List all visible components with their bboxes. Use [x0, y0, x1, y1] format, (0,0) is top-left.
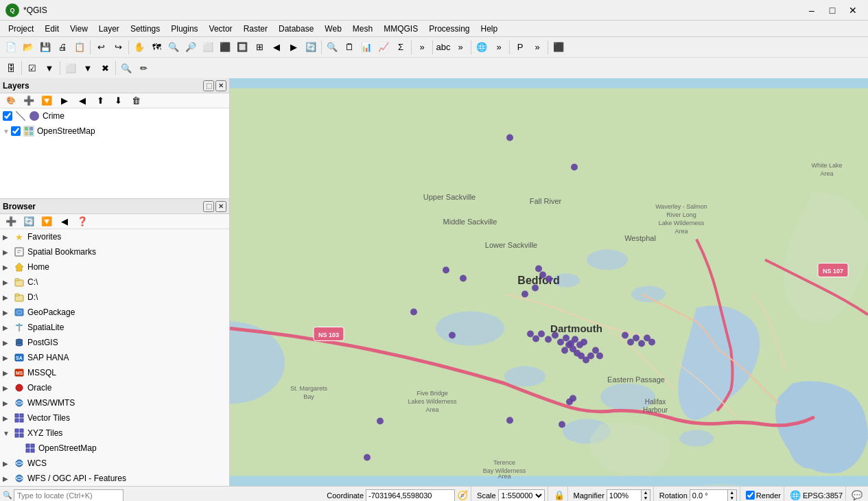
tb-select-rect[interactable]: ⬜ [62, 60, 79, 76]
tb-tips[interactable]: ⬛ [550, 39, 567, 56]
rotation-input[interactable] [690, 489, 727, 502]
browser-panel-close[interactable]: ✕ [215, 201, 226, 212]
layers-remove[interactable]: 🗑 [128, 93, 144, 109]
menu-edit[interactable]: Edit [39, 23, 64, 35]
menu-project[interactable]: Project [3, 23, 39, 35]
tb-identify[interactable]: 🔍 [324, 39, 340, 56]
tb-report[interactable]: 📋 [71, 39, 88, 56]
menu-raster[interactable]: Raster [238, 23, 273, 35]
menu-plugins[interactable]: Plugins [165, 23, 203, 35]
epsg-display[interactable]: 🌐 EPSG:3857 [787, 487, 846, 501]
magnifier-up[interactable]: ▲ [642, 490, 650, 496]
tb-table[interactable]: 📊 [358, 39, 375, 56]
tb-zoom-out[interactable]: 🔎 [183, 39, 199, 56]
menu-view[interactable]: View [64, 23, 93, 35]
tb-new[interactable]: 📄 [3, 39, 19, 56]
coordinate-input[interactable] [366, 489, 455, 502]
scale-select[interactable]: 1:550000 1:100000 1:250000 [498, 489, 545, 502]
tb-label[interactable]: abc [435, 39, 451, 56]
tb-more3[interactable]: » [491, 39, 507, 56]
tb-more4[interactable]: » [529, 39, 546, 56]
tb-pan[interactable]: ✋ [131, 39, 148, 56]
magnifier-input[interactable] [607, 489, 641, 502]
layer-crime[interactable]: Crime [0, 108, 229, 124]
browser-item-wfs[interactable]: ▶ WFS / OGC API - Features [0, 471, 229, 486]
minimize-button[interactable]: – [802, 3, 821, 18]
tb-zoom-next[interactable]: ▶ [285, 39, 302, 56]
layers-filter[interactable]: 🔽 [38, 93, 55, 109]
menu-web[interactable]: Web [319, 23, 347, 35]
tb-info[interactable]: 🗒 [341, 39, 357, 56]
tb-select-all[interactable]: ☑ [24, 60, 40, 76]
layers-panel-close[interactable]: ✕ [215, 80, 226, 91]
layers-move-top[interactable]: ⬆ [92, 93, 108, 109]
rotation-up[interactable]: ▲ [728, 490, 736, 496]
tb-deselect[interactable]: ✖ [97, 60, 113, 76]
browser-item-vectortiles[interactable]: ▶ Vector Tiles [0, 410, 229, 426]
browser-item-home[interactable]: ▶ Home [0, 259, 229, 275]
browser-item-osm-xyz[interactable]: OpenStreetMap [0, 441, 229, 456]
tb-more1[interactable]: » [414, 39, 430, 56]
menu-settings[interactable]: Settings [125, 23, 165, 35]
browser-item-wms[interactable]: ▶ WMS/WMTS [0, 395, 229, 410]
menu-processing[interactable]: Processing [423, 23, 475, 35]
tb-zoom-sel[interactable]: 🔲 [234, 39, 250, 56]
maximize-button[interactable]: □ [823, 3, 842, 18]
tb-redo[interactable]: ↪ [110, 39, 126, 56]
layers-panel-float[interactable]: ⬚ [203, 80, 214, 91]
browser-panel-float[interactable]: ⬚ [203, 201, 214, 212]
render-checkbox[interactable] [746, 491, 755, 500]
layers-open-layer[interactable]: 🎨 [3, 93, 19, 109]
browser-item-favorites[interactable]: ▶ ★ Favorites [0, 229, 229, 244]
tb-undo[interactable]: ↩ [93, 39, 109, 56]
tb-edit-db[interactable]: 🗄 [3, 60, 19, 76]
tb-more2[interactable]: » [452, 39, 469, 56]
browser-item-d[interactable]: ▶ D:\ [0, 290, 229, 305]
tb-zoom-full[interactable]: ⬜ [200, 39, 216, 56]
tb-refresh[interactable]: 🔄 [303, 39, 319, 56]
menu-vector[interactable]: Vector [204, 23, 238, 35]
browser-item-wcs[interactable]: ▶ WCS [0, 456, 229, 471]
close-button[interactable]: ✕ [843, 3, 863, 18]
rotation-down[interactable]: ▼ [728, 496, 736, 501]
menu-database[interactable]: Database [273, 23, 319, 35]
browser-item-c[interactable]: ▶ C:\ [0, 275, 229, 290]
map-area[interactable]: NS 103 NS 107 Upper Sackville Fall River… [230, 78, 868, 486]
tb-zoom-in[interactable]: 🔍 [165, 39, 182, 56]
tb-search[interactable]: 🔍 [118, 60, 134, 76]
browser-refresh[interactable]: 🔄 [21, 213, 37, 230]
browser-add[interactable]: ➕ [3, 213, 19, 230]
tb-print[interactable]: 🖨 [54, 39, 71, 56]
browser-help[interactable]: ❓ [74, 213, 91, 230]
layer-crime-checkbox[interactable] [3, 111, 12, 121]
browser-item-xyztiles[interactable]: ▼ XYZ Tiles [0, 426, 229, 441]
tb-stats[interactable]: 📈 [375, 39, 392, 56]
messages-display[interactable]: 💬 [849, 487, 865, 501]
browser-collapse[interactable]: ◀ [56, 213, 73, 230]
tb-select-arrow[interactable]: ▼ [41, 60, 58, 76]
tb-open[interactable]: 📂 [20, 39, 36, 56]
tb-pan-map[interactable]: 🗺 [148, 39, 165, 56]
magnifier-down[interactable]: ▼ [642, 496, 650, 501]
layer-osm[interactable]: ▼ OpenStreetMap [0, 124, 229, 139]
browser-item-postgis[interactable]: ▶ PostGIS [0, 335, 229, 350]
tb-calc[interactable]: Σ [392, 39, 409, 56]
tb-zoom-native[interactable]: ⊞ [251, 39, 268, 56]
tb-save[interactable]: 💾 [37, 39, 54, 56]
locate-search-input[interactable] [14, 489, 124, 502]
tb-select-arr2[interactable]: ▼ [80, 60, 96, 76]
tb-georef[interactable]: 🌐 [473, 39, 490, 56]
browser-item-spatialite[interactable]: ▶ SpatiaLite [0, 320, 229, 335]
tb-python[interactable]: P [512, 39, 528, 56]
tb-zoom-layer[interactable]: ⬛ [217, 39, 233, 56]
browser-filter[interactable]: 🔽 [38, 213, 55, 230]
browser-item-mssql[interactable]: ▶ MS MSSQL [0, 365, 229, 380]
layer-osm-checkbox[interactable] [11, 126, 21, 136]
browser-item-oracle[interactable]: ▶ Oracle [0, 380, 229, 395]
menu-help[interactable]: Help [476, 23, 504, 35]
browser-item-bookmarks[interactable]: ▶ Spatial Bookmarks [0, 244, 229, 259]
menu-layer[interactable]: Layer [93, 23, 125, 35]
layers-collapse[interactable]: ◀ [74, 93, 91, 109]
menu-mmqgis[interactable]: MMQGIS [378, 23, 423, 35]
layers-expand[interactable]: ▶ [56, 93, 73, 109]
